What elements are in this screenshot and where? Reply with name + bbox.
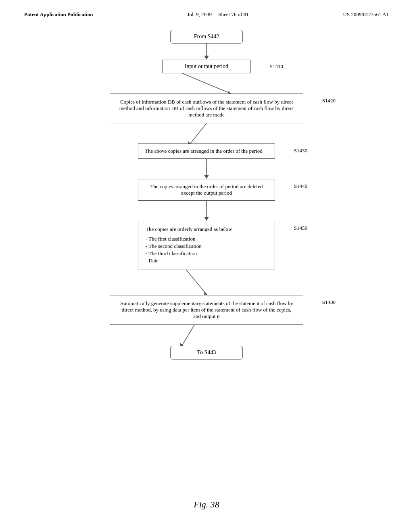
s1430-box: The above copies are arranged in the ord… — [138, 143, 275, 159]
s1420-row: Copies of information DB of cash outflow… — [110, 94, 303, 123]
s1450-item-3: - The third classification — [146, 250, 267, 257]
s1450-label: S1450 — [294, 225, 307, 231]
svg-line-2 — [182, 73, 231, 94]
header-sheet: Sheet 76 of 81 — [218, 11, 248, 17]
arrow-to-s443 — [134, 325, 255, 349]
svg-marker-1 — [204, 56, 209, 60]
svg-line-4 — [190, 123, 206, 143]
header-left: Patent Application Publication — [24, 11, 93, 18]
s1410-row: Input output period S1410 — [162, 60, 251, 73]
to-s443-box: To S443 — [170, 346, 243, 360]
s1440-label: S1440 — [294, 183, 307, 189]
s1450-box: The copies are orderly arranged as below… — [138, 221, 275, 270]
page-header: Patent Application Publication Jul. 9, 2… — [0, 0, 413, 22]
s1450-title: The copies are orderly arranged as below — [146, 226, 267, 233]
arrow-to-s1450 — [190, 201, 223, 221]
s1430-label: S1430 — [294, 148, 307, 154]
s1410-label: S1410 — [270, 63, 283, 70]
arrow-1 — [190, 44, 223, 60]
svg-line-12 — [182, 325, 194, 345]
s1450-row: The copies are orderly arranged as below… — [138, 221, 275, 270]
s1480-label: S1480 — [322, 299, 336, 305]
svg-marker-7 — [204, 175, 209, 179]
s1480-box: Automatically generate supplementary sta… — [110, 295, 303, 325]
s1450-item-4: - Date — [146, 258, 267, 264]
header-date: Jul. 9, 2009 — [187, 11, 212, 17]
from-s442-box: From S442 — [170, 30, 243, 44]
arrow-to-s1480 — [118, 270, 279, 298]
to-s443-row: To S443 — [170, 346, 243, 360]
s1410-box: Input output period — [162, 60, 251, 73]
flowchart: From S442 Input output period S1410 Copi… — [0, 22, 413, 368]
s1440-row: The copies arranged in the order of peri… — [138, 179, 275, 201]
header-right: US 2009/0177561 A1 — [343, 11, 389, 18]
s1440-box: The copies arranged in the order of peri… — [138, 179, 275, 201]
s1450-item-2: - The second classification — [146, 243, 267, 249]
header-center: Jul. 9, 2009 Sheet 76 of 81 — [187, 11, 248, 18]
s1420-label: S1420 — [322, 98, 336, 104]
svg-line-10 — [186, 270, 206, 294]
arrow-to-s1440 — [190, 159, 223, 179]
s1430-row: The above copies are arranged in the ord… — [138, 143, 275, 159]
s1420-box: Copies of information DB of cash outflow… — [110, 94, 303, 123]
figure-label: Fig. 38 — [194, 499, 219, 510]
svg-marker-9 — [204, 217, 209, 221]
from-box-row: From S442 — [170, 30, 243, 44]
s1480-row: Automatically generate supplementary sta… — [110, 295, 303, 325]
s1450-item-1: - The first classification — [146, 236, 267, 242]
